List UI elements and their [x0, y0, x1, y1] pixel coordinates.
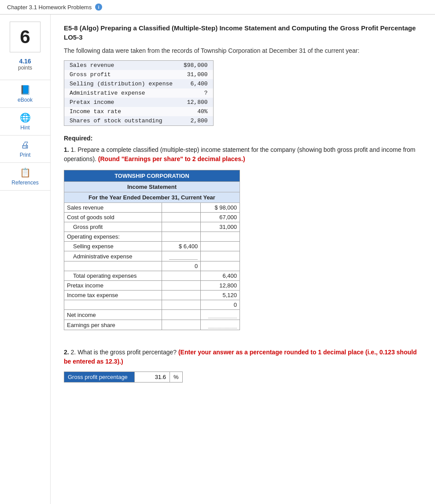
- data-table: Sales revenue$98,000Gross profit31,000Se…: [64, 60, 214, 126]
- problem-title: E5-8 (Algo) Preparing a Classified (Mult…: [64, 23, 422, 42]
- points-value: 4.16: [18, 58, 32, 65]
- gross-profit-row: Gross profit percentage %: [64, 372, 183, 383]
- row-label: Sales revenue: [64, 203, 162, 213]
- points-label: points: [18, 65, 32, 71]
- problem-description: The following data were taken from the r…: [64, 47, 422, 54]
- table-row: Selling expense $ 6,400: [64, 242, 240, 251]
- hint-label: Hint: [20, 125, 29, 131]
- data-row-value: 31,000: [178, 70, 213, 79]
- table-row: 0: [64, 300, 240, 310]
- statement-name-row: Income Statement: [64, 182, 240, 192]
- row-right: [201, 251, 240, 261]
- sidebar-item-ebook[interactable]: 📘 eBook: [0, 80, 50, 107]
- data-row-value: ?: [178, 88, 213, 98]
- row-label: Operating expenses:: [64, 232, 162, 242]
- table-row: Earnings per share: [64, 320, 240, 330]
- top-bar: Chapter 3.1 Homework Problems i: [0, 0, 435, 15]
- period-row: For the Year Ended December 31, Current …: [64, 192, 240, 203]
- data-row-label: Income tax rate: [64, 107, 178, 116]
- row-mid: [162, 232, 201, 242]
- row-mid: [162, 291, 201, 300]
- table-row: Income tax expense 5,120: [64, 291, 240, 300]
- row-right: $ 98,000: [201, 203, 240, 213]
- points-section: 4.16 points: [18, 58, 32, 71]
- row-right: [201, 232, 240, 242]
- row-mid: [162, 310, 201, 320]
- row-mid: $ 6,400: [162, 242, 201, 251]
- print-label: Print: [20, 152, 31, 158]
- income-statement-wrapper: TOWNSHIP CORPORATION Income Statement Fo…: [64, 170, 422, 330]
- table-row: Cost of goods sold 67,000: [64, 213, 240, 222]
- row-right[interactable]: [201, 310, 240, 320]
- table-row: Net income: [64, 310, 240, 320]
- row-label: Net income: [64, 310, 162, 320]
- row-mid: 0: [162, 261, 201, 271]
- row-right[interactable]: [201, 320, 240, 330]
- row-label: Cost of goods sold: [64, 213, 162, 222]
- ebook-icon: 📘: [20, 85, 31, 95]
- row-right: [201, 242, 240, 251]
- info-icon[interactable]: i: [95, 4, 102, 11]
- row-mid: [162, 222, 201, 232]
- admin-expense-input[interactable]: [169, 253, 198, 260]
- company-name-cell: TOWNSHIP CORPORATION: [64, 170, 240, 182]
- eps-input[interactable]: [208, 321, 237, 328]
- row-label: Administrative expense: [64, 251, 162, 261]
- company-name-row: TOWNSHIP CORPORATION: [64, 170, 240, 182]
- references-icon: 📋: [20, 167, 31, 178]
- row-label: Pretax income: [64, 281, 162, 291]
- data-row-label: Pretax income: [64, 98, 178, 107]
- question-2-section: 2. 2. What is the gross profit percentag…: [64, 348, 422, 383]
- income-statement-table: TOWNSHIP CORPORATION Income Statement Fo…: [64, 170, 240, 330]
- print-icon: 🖨: [21, 140, 29, 150]
- problem-number: 6: [20, 26, 30, 48]
- table-row: Pretax income 12,800: [64, 281, 240, 291]
- gross-profit-input-cell[interactable]: [135, 372, 170, 383]
- row-right: 12,800: [201, 281, 240, 291]
- data-row-value: 6,400: [178, 79, 213, 88]
- data-row-label: Selling (distribution) expense: [64, 79, 178, 88]
- data-row-value: $98,000: [178, 61, 213, 70]
- row-right: [201, 261, 240, 271]
- data-row-value: 40%: [178, 107, 213, 116]
- table-row: Administrative expense: [64, 251, 240, 261]
- statement-name-cell: Income Statement: [64, 182, 240, 192]
- required-header: Required:: [64, 135, 422, 142]
- sidebar-item-print[interactable]: 🖨 Print: [0, 135, 50, 162]
- table-row: Gross profit 31,000: [64, 222, 240, 232]
- period-cell: For the Year Ended December 31, Current …: [64, 192, 240, 203]
- sidebar-item-hint[interactable]: 🌐 Hint: [0, 107, 50, 135]
- problem-number-box: 6: [10, 22, 41, 52]
- row-label: Total operating expenses: [64, 271, 162, 281]
- row-label: [64, 300, 162, 310]
- data-row-value: 2,800: [178, 116, 213, 126]
- table-row: Total operating expenses 6,400: [64, 271, 240, 281]
- row-label: Gross profit: [64, 222, 162, 232]
- instruction-1-note: (Round "Earnings per share" to 2 decimal…: [98, 155, 245, 162]
- instruction-2: 2. 2. What is the gross profit percentag…: [64, 348, 422, 366]
- gross-profit-input[interactable]: [142, 374, 166, 380]
- row-mid: [162, 281, 201, 291]
- row-mid: [162, 271, 201, 281]
- row-right: 0: [201, 300, 240, 310]
- gross-profit-table: Gross profit percentage %: [64, 372, 183, 383]
- row-mid: [162, 320, 201, 330]
- table-row: 0: [64, 261, 240, 271]
- references-label: References: [11, 180, 38, 186]
- data-row-label: Gross profit: [64, 70, 178, 79]
- data-row-value: 12,800: [178, 98, 213, 107]
- row-mid[interactable]: [162, 251, 201, 261]
- row-mid: [162, 213, 201, 222]
- table-row: Operating expenses:: [64, 232, 240, 242]
- net-income-input[interactable]: [208, 311, 237, 318]
- row-right: 31,000: [201, 222, 240, 232]
- top-bar-title: Chapter 3.1 Homework Problems: [7, 4, 92, 11]
- sidebar: 6 4.16 points 📘 eBook 🌐 Hint 🖨 Print 📋 R…: [0, 15, 51, 504]
- content-area: E5-8 (Algo) Preparing a Classified (Mult…: [51, 15, 435, 504]
- table-row: Sales revenue $ 98,000: [64, 203, 240, 213]
- sidebar-item-references[interactable]: 📋 References: [0, 162, 50, 191]
- row-label: [64, 261, 162, 271]
- data-row-label: Administrative expense: [64, 88, 178, 98]
- data-row-label: Shares of stock outstanding: [64, 116, 178, 126]
- required-label: Required:: [64, 135, 92, 142]
